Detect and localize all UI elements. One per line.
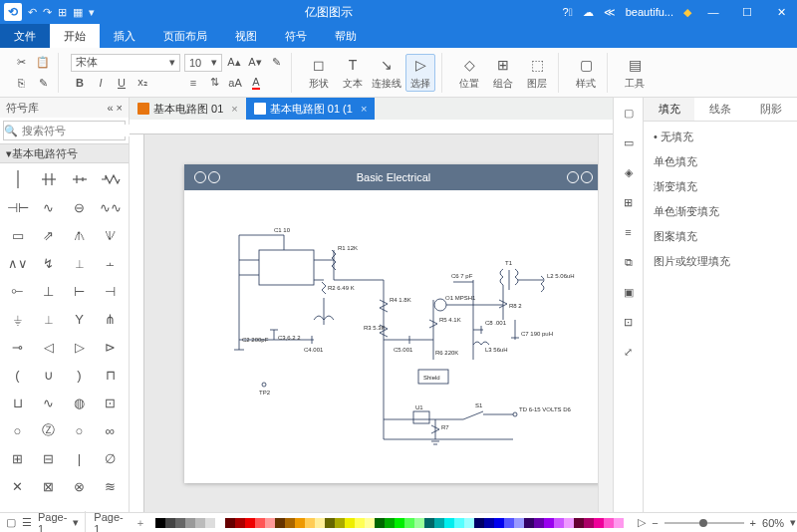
menu-home[interactable]: 开始 (50, 24, 100, 48)
symbol-item[interactable]: ∅ (95, 444, 126, 472)
symbol-item[interactable]: ◁ (33, 333, 64, 361)
page-tab[interactable]: Page-1 (38, 511, 67, 533)
doc-tab[interactable]: 基本电路图 01× (130, 98, 246, 120)
close-tab-icon[interactable]: × (361, 103, 367, 115)
arrange-icon[interactable]: ≡ (620, 223, 638, 241)
font-family-combo[interactable]: 宋体▾ (71, 54, 180, 72)
symbol-item[interactable]: ○ (64, 416, 95, 444)
symbol-item[interactable]: ⏚ (2, 305, 33, 333)
symbol-item[interactable]: ⊣⊢ (2, 193, 33, 221)
prop-tab-fill[interactable]: 填充 (644, 98, 694, 121)
symbol-item[interactable]: ∿∿ (95, 193, 126, 221)
app-logo[interactable]: ⟲ (4, 3, 22, 21)
redo-icon[interactable]: ↷ (43, 6, 52, 19)
symbol-item[interactable]: ↯ (33, 249, 64, 277)
shrink-font-icon[interactable]: A▾ (246, 54, 264, 72)
expand-icon[interactable]: ⤢ (620, 343, 638, 361)
symbol-item[interactable]: ⊟ (33, 444, 64, 472)
grow-font-icon[interactable]: A▴ (225, 54, 243, 72)
page-icon[interactable]: ▭ (620, 133, 638, 151)
settings-icon[interactable]: ⊡ (620, 313, 638, 331)
undo-icon[interactable]: ↶ (28, 6, 37, 19)
menu-insert[interactable]: 插入 (100, 24, 149, 48)
symbol-item[interactable]: ▭ (2, 221, 33, 249)
shape-button[interactable]: ◻形状 (304, 55, 334, 91)
fill-option[interactable]: • 无填充 (654, 130, 787, 144)
symbol-item[interactable]: ≋ (95, 472, 126, 500)
symbol-item[interactable] (64, 165, 95, 193)
paste-icon[interactable]: 📋 (34, 53, 52, 71)
color-swatch[interactable] (205, 518, 215, 528)
drawing-page[interactable]: Basic Electrical C1 10 R1 12K R2 6.49 K (184, 164, 598, 483)
page-list-icon[interactable]: ☰ (22, 516, 32, 529)
color-swatch[interactable] (185, 518, 195, 528)
copy-icon[interactable]: ⎘ (12, 74, 30, 92)
symbol-item[interactable]: ⟂ (64, 249, 95, 277)
symbol-item[interactable]: ⊢ (64, 277, 95, 305)
page-view-icon[interactable]: ▢ (6, 516, 16, 529)
color-swatch[interactable] (404, 518, 414, 528)
close-tab-icon[interactable]: × (231, 103, 237, 115)
symbol-item[interactable]: ∞ (95, 416, 126, 444)
symbol-item[interactable]: ∿ (33, 193, 64, 221)
highlight-icon[interactable]: ✎ (267, 54, 285, 72)
symbol-item[interactable] (95, 165, 126, 193)
color-swatch[interactable] (614, 518, 624, 528)
color-swatch[interactable] (305, 518, 315, 528)
symbol-item[interactable]: ∪ (33, 361, 64, 389)
symbol-item[interactable] (33, 165, 64, 193)
color-swatch[interactable] (315, 518, 325, 528)
zoom-menu-icon[interactable]: ▾ (790, 516, 796, 529)
strike-icon[interactable]: x₂ (133, 74, 151, 92)
color-swatch[interactable] (375, 518, 385, 528)
theme-icon[interactable]: ▢ (620, 104, 638, 122)
symbol-item[interactable]: Ⓩ (33, 416, 64, 444)
menu-help[interactable]: 帮助 (321, 24, 371, 48)
color-swatch[interactable] (474, 518, 484, 528)
color-swatch[interactable] (564, 518, 574, 528)
fill-option[interactable]: 图片或纹理填充 (654, 254, 787, 269)
symbol-item[interactable]: Y (64, 305, 95, 333)
symbol-item[interactable]: ⊳ (95, 333, 126, 361)
fill-option[interactable]: 单色渐变填充 (654, 204, 787, 219)
category-label[interactable]: 基本电路符号 (12, 146, 78, 161)
color-swatch[interactable] (444, 518, 454, 528)
color-swatch[interactable] (424, 518, 434, 528)
symbol-item[interactable]: ⊖ (64, 193, 95, 221)
color-swatch[interactable] (524, 518, 534, 528)
layer-button[interactable]: ⬚图层 (522, 55, 552, 91)
symbol-item[interactable]: ⊞ (2, 444, 33, 472)
fill-option[interactable]: 渐变填充 (654, 179, 787, 194)
color-swatch[interactable] (265, 518, 275, 528)
color-swatch[interactable] (225, 518, 235, 528)
scrollbar-vertical[interactable] (598, 134, 613, 512)
color-swatch[interactable] (295, 518, 305, 528)
tools-button[interactable]: ▤工具 (620, 55, 650, 91)
zoom-out-icon[interactable]: − (652, 517, 658, 529)
qat-dropdown-icon[interactable]: ▾ (89, 6, 95, 19)
minimize-button[interactable]: — (701, 6, 725, 18)
color-swatch[interactable] (464, 518, 474, 528)
vip-icon[interactable]: ◆ (683, 6, 691, 19)
color-swatch[interactable] (335, 518, 345, 528)
menu-symbol[interactable]: 符号 (271, 24, 321, 48)
symbol-item[interactable]: ⊓ (95, 361, 126, 389)
symbol-item[interactable]: ○ (2, 416, 33, 444)
user-label[interactable]: beautifu... (626, 6, 673, 18)
bullet-icon[interactable]: ≡ (184, 74, 202, 92)
color-swatch[interactable] (604, 518, 614, 528)
qat-icon[interactable]: ⊞ (58, 6, 67, 19)
color-swatch[interactable] (385, 518, 395, 528)
cut-icon[interactable]: ✂ (12, 53, 30, 71)
symbol-item[interactable]: ⩚ (64, 221, 95, 249)
color-swatch[interactable] (584, 518, 594, 528)
color-swatch[interactable] (494, 518, 504, 528)
symbol-item[interactable]: ⇗ (33, 221, 64, 249)
cloud-icon[interactable]: ☁ (583, 6, 594, 19)
fontcolor-icon[interactable]: A (247, 74, 265, 92)
symbol-item[interactable]: ⊣ (95, 277, 126, 305)
group-button[interactable]: ⊞组合 (488, 55, 518, 91)
menu-view[interactable]: 视图 (221, 24, 271, 48)
format-painter-icon[interactable]: ✎ (34, 74, 52, 92)
play-icon[interactable]: ▷ (638, 516, 646, 529)
